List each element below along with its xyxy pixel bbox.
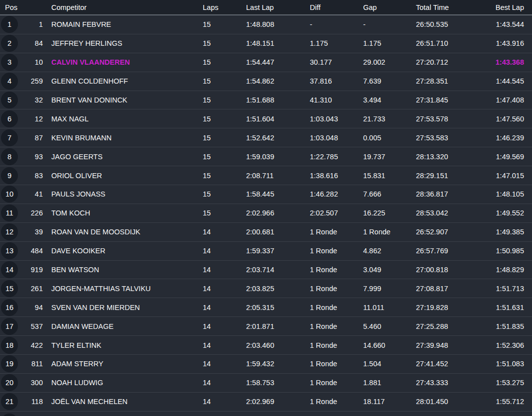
position-badge: 3 [1,54,18,71]
total-time-value: 27:41.452 [415,360,490,368]
diff-value: 41.310 [309,96,362,104]
position-badge-wrap: 19 [0,355,23,372]
last-lap-value: 1:59.039 [245,153,309,161]
result-row[interactable]: 9 83 ORIOL OLIVER 15 2:08.711 1:38.616 1… [0,166,532,185]
laps-value: 14 [202,322,245,330]
last-lap-value: 2:02.969 [245,398,309,406]
last-lap-value: 2:02.966 [245,209,309,217]
result-row[interactable]: 17 537 DAMIAN WEDAGE 14 2:01.871 1 Ronde… [0,317,532,336]
table-body: 1 1 ROMAIN FEBVRE 15 1:48.808 - - 26:50.… [0,15,532,412]
best-lap-value: 1:43.544 [490,20,532,28]
rider-name: KEVIN BRUMANN [43,134,202,142]
position-badge-wrap: 21 [0,393,23,410]
gap-value: 29.002 [362,58,415,66]
rider-name: MAX NAGL [43,115,202,123]
total-time-value: 28:53.042 [415,209,490,217]
result-row[interactable]: 10 41 PAULS JONASS 15 1:58.445 1:46.282 … [0,185,532,204]
total-time-value: 28:36.817 [415,190,490,198]
result-row[interactable]: 5 32 BRENT VAN DONINCK 15 1:51.688 41.31… [0,91,532,110]
rider-name: JORGEN-MATTHIAS TALVIKU [43,285,202,293]
laps-value: 15 [202,77,245,85]
result-row[interactable]: 7 87 KEVIN BRUMANN 15 1:52.642 1:03.048 … [0,128,532,147]
last-lap-value: 1:48.808 [245,20,309,28]
best-lap-value: 1:50.985 [490,247,532,255]
gap-value: 14.660 [362,341,415,349]
diff-value: 1 Ronde [309,360,362,368]
gap-value: 1.504 [362,360,415,368]
result-row[interactable]: 2 84 JEFFREY HERLINGS 15 1:48.151 1.175 … [0,34,532,53]
gap-value: 1.881 [362,379,415,387]
result-row[interactable]: 12 39 ROAN VAN DE MOOSDIJK 14 2:00.681 1… [0,223,532,242]
result-row[interactable]: 16 94 SVEN VAN DER MIERDEN 14 2:05.315 1… [0,298,532,317]
result-row[interactable]: 19 811 ADAM STERRY 14 1:59.432 1 Ronde 1… [0,355,532,374]
result-row[interactable]: 13 484 DAVE KOOIKER 14 1:59.337 1 Ronde … [0,242,532,261]
result-row[interactable]: 18 422 TYLER ELTINK 14 2:03.460 1 Ronde … [0,336,532,355]
diff-value: 2:02.507 [309,209,362,217]
rider-number: 10 [23,58,43,66]
gap-value: 21.733 [362,115,415,123]
result-row[interactable]: 11 226 TOM KOCH 15 2:02.966 2:02.507 16.… [0,204,532,223]
total-time-value: 26:50.535 [415,20,490,28]
last-lap-value: 1:58.445 [245,190,309,198]
rider-number: 1 [23,20,43,28]
best-lap-value: 1:49.385 [490,228,532,236]
rider-name: ROMAIN FEBVRE [43,20,202,28]
diff-value: 1:46.282 [309,190,362,198]
diff-value: 1 Ronde [309,285,362,293]
diff-value: 1 Ronde [309,247,362,255]
result-row[interactable]: 1 1 ROMAIN FEBVRE 15 1:48.808 - - 26:50.… [0,15,532,34]
result-row[interactable]: 4 259 GLENN COLDENHOFF 15 1:54.862 37.81… [0,72,532,91]
result-row[interactable]: 8 93 JAGO GEERTS 15 1:59.039 1:22.785 19… [0,147,532,166]
gap-value: 19.737 [362,153,415,161]
position-badge: 1 [1,16,18,33]
gap-value: 7.639 [362,77,415,85]
best-lap-value: 1:55.712 [490,398,532,406]
best-lap-value: 1:47.015 [490,172,532,180]
best-lap-value: 1:53.275 [490,379,532,387]
best-lap-value: 1:44.545 [490,77,532,85]
rider-name: JEFFREY HERLINGS [43,39,202,47]
rider-number: 919 [23,266,43,274]
rider-number: 484 [23,247,43,255]
total-time-value: 27:53.583 [415,134,490,142]
rider-number: 118 [23,398,43,406]
position-badge: 12 [1,223,18,240]
position-badge-wrap: 17 [0,318,23,335]
position-badge-wrap: 11 [0,205,23,221]
best-lap-value: 1:51.631 [490,304,532,312]
rider-name: ROAN VAN DE MOOSDIJK [43,228,202,236]
position-badge: 13 [1,242,18,259]
gap-value: 0.005 [362,134,415,142]
gap-value: 3.494 [362,96,415,104]
rider-number: 87 [23,134,43,142]
diff-value: 1 Ronde [309,379,362,387]
laps-value: 14 [202,379,245,387]
position-badge [1,414,18,416]
position-badge: 19 [1,355,18,372]
best-lap-value: 1:51.835 [490,322,532,330]
result-row[interactable]: 6 12 MAX NAGL 15 1:51.604 1:03.043 21.73… [0,109,532,128]
total-time-value: 27:53.578 [415,115,490,123]
rider-number: 12 [23,115,43,123]
total-time-value: 26:51.710 [415,39,490,47]
result-row[interactable]: 15 261 JORGEN-MATTHIAS TALVIKU 14 2:03.8… [0,279,532,298]
laps-value: 15 [202,153,245,161]
gap-value: 15.831 [362,172,415,180]
total-time-value: 28:13.320 [415,153,490,161]
total-time-value: 27:28.351 [415,77,490,85]
total-time-value: 27:19.828 [415,304,490,312]
position-badge: 10 [1,186,18,203]
laps-value: 15 [202,115,245,123]
result-row[interactable]: 14 919 BEN WATSON 14 2:03.714 1 Ronde 3.… [0,261,532,280]
diff-value: 1 Ronde [309,304,362,312]
rider-name: CALVIN VLAANDEREN [43,58,202,66]
result-row[interactable]: 20 300 NOAH LUDWIG 14 1:58.753 1 Ronde 1… [0,374,532,393]
result-row[interactable]: 21 118 JOËL VAN MECHELEN 14 2:02.969 1 R… [0,393,532,412]
best-lap-value: 1:47.408 [490,96,532,104]
best-lap-value: 1:49.569 [490,153,532,161]
last-lap-value: 1:54.447 [245,58,309,66]
best-lap-value: 1:43.368 [490,58,532,66]
result-row[interactable]: 3 10 CALVIN VLAANDEREN 15 1:54.447 30.17… [0,53,532,72]
rider-name: PAULS JONASS [43,190,202,198]
rider-number: 94 [23,304,43,312]
